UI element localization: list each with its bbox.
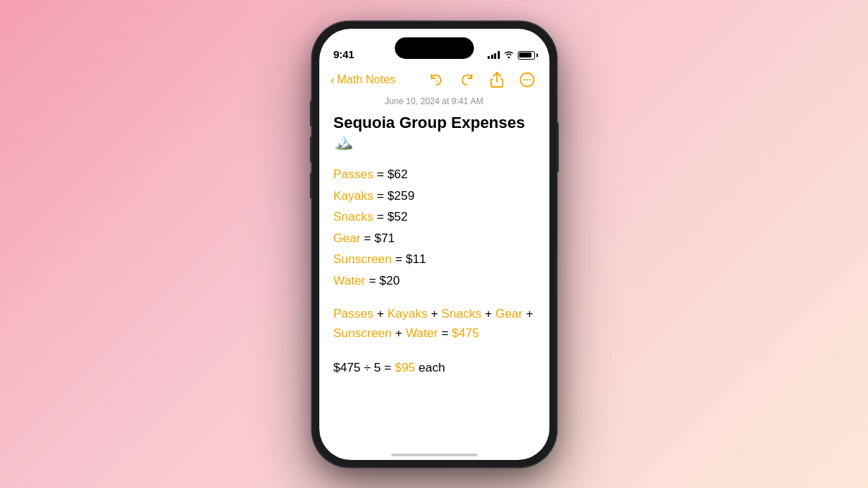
note-title: Sequoia Group Expenses 🏔️ [334,114,535,152]
note-content: June 10, 2024 at 9:41 AM Sequoia Group E… [319,96,549,444]
svg-point-0 [436,80,437,82]
sunscreen-operator: = [396,252,406,266]
expense-list: Passes = $62 Kayaks = $259 Snacks = $52 … [334,165,535,290]
gear-operator: = [364,231,375,245]
more-button[interactable] [516,69,538,91]
nav-bar: ‹ Math Notes [319,66,549,96]
formula-water: Water [406,326,438,340]
division-line: $475 ÷ 5 = $95 each [334,358,535,377]
note-date: June 10, 2024 at 9:41 AM [334,96,535,106]
status-time: 9:41 [334,48,355,60]
division-expression: $475 ÷ 5 = [334,361,395,374]
status-icons [488,50,535,60]
expense-passes: Passes = $62 [334,165,535,184]
sunscreen-value: $11 [406,252,426,266]
division-section: $475 ÷ 5 = $95 each [334,358,535,377]
formula-line1: Passes + Kayaks + Snacks + Gear + [334,304,535,323]
battery-icon [518,51,535,60]
expense-water: Water = $20 [334,272,535,290]
passes-operator: = [377,167,388,181]
formula-result: $475 [452,326,479,340]
sunscreen-name: Sunscreen [334,252,392,266]
nav-actions [426,69,538,91]
dynamic-island [395,37,474,59]
undo-button[interactable] [426,69,447,91]
formula-section: Passes + Kayaks + Snacks + Gear + Sunscr… [334,304,535,343]
kayaks-value: $259 [388,189,415,203]
passes-name: Passes [334,167,374,181]
back-chevron-icon: ‹ [331,73,335,86]
kayaks-name: Kayaks [334,189,374,203]
passes-value: $62 [388,167,408,181]
formula-snacks: Snacks [442,307,482,321]
battery-fill [519,52,531,57]
phone-wrapper: 9:41 [312,22,557,467]
share-button[interactable] [486,69,508,91]
formula-sunscreen: Sunscreen [334,326,392,340]
snacks-name: Snacks [334,210,374,224]
wifi-icon [503,50,514,60]
formula-kayaks: Kayaks [388,307,428,321]
snacks-operator: = [377,210,388,224]
redo-button[interactable] [456,69,478,91]
expense-sunscreen: Sunscreen = $11 [334,250,535,269]
division-result: $95 [395,361,415,374]
formula-passes: Passes [334,307,374,321]
expense-snacks: Snacks = $52 [334,208,535,226]
home-bar [391,454,478,456]
phone-screen: 9:41 [319,29,549,460]
expense-gear: Gear = $71 [334,229,535,248]
back-label: Math Notes [337,73,396,86]
division-suffix: each [419,361,445,374]
svg-point-3 [526,78,527,80]
expense-kayaks: Kayaks = $259 [334,187,535,206]
back-button[interactable]: ‹ Math Notes [331,73,396,86]
gear-name: Gear [334,231,361,245]
formula-line2: Sunscreen + Water = $475 [334,323,535,343]
water-operator: = [369,274,380,287]
gear-value: $71 [375,231,395,245]
water-name: Water [334,274,366,287]
water-value: $20 [380,274,400,287]
home-indicator [319,444,549,460]
svg-point-4 [529,78,530,80]
formula-gear: Gear [495,307,523,321]
kayaks-operator: = [377,189,388,203]
svg-point-2 [523,78,524,80]
snacks-value: $52 [388,210,408,224]
formula-equals-sign: = [442,326,452,340]
signal-bars-icon [488,51,500,59]
